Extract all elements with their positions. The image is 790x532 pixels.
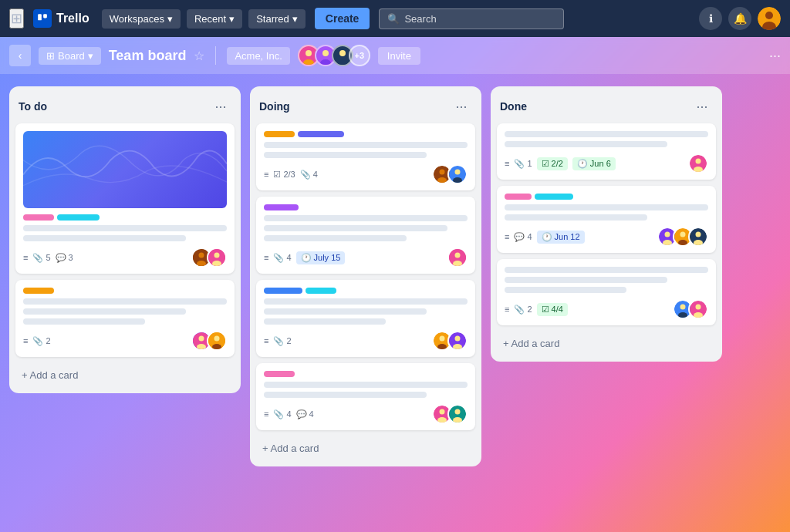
workspaces-menu[interactable]: Workspaces ▾ <box>102 9 181 29</box>
card-text-line <box>264 382 468 388</box>
svg-point-10 <box>337 59 348 65</box>
star-button[interactable]: ☆ <box>194 49 204 63</box>
svg-point-8 <box>320 59 331 65</box>
card-done-3[interactable]: ≡ 📎 2 ☑ 4/4 <box>497 259 716 325</box>
svg-point-60 <box>696 305 701 310</box>
meta-menu: ≡ <box>23 336 28 345</box>
card-footer: ≡ 📎 1 ☑ 2/2 🕐 Jun 6 <box>505 153 708 173</box>
trello-logo: Trello <box>33 9 89 28</box>
column-doing-menu[interactable]: ··· <box>451 96 472 117</box>
add-card-button-todo[interactable]: + Add a card <box>15 365 235 386</box>
card-done-2[interactable]: ≡ 💬 4 🕐 Jun 12 <box>497 186 716 253</box>
comment-icon: 💬 <box>296 409 307 419</box>
clock-icon: 🕐 <box>542 232 552 242</box>
column-done-menu[interactable]: ··· <box>691 96 713 117</box>
divider <box>215 46 216 65</box>
card-avatars <box>432 331 468 351</box>
user-avatar[interactable] <box>758 7 781 30</box>
grid-menu-button[interactable]: ⊞ <box>9 8 24 29</box>
svg-point-27 <box>455 170 461 175</box>
checklist-icon: ☑ <box>542 159 549 169</box>
column-doing-header: Doing ··· <box>256 94 475 123</box>
card-doing-1[interactable]: ≡ ☑ 2/3 📎 4 <box>256 123 475 190</box>
card-meta: ≡ 📎 4 💬 4 <box>264 409 426 419</box>
column-todo-menu[interactable]: ··· <box>210 96 231 117</box>
label-yellow <box>23 288 54 294</box>
column-done: Done ··· ≡ 📎 1 ☑ 2/2 � <box>491 86 722 362</box>
attachment-icon: 📎 <box>32 336 43 346</box>
card-text-line <box>264 318 386 325</box>
invite-button[interactable]: Invite <box>378 47 420 65</box>
date-badge: 🕐 July 15 <box>296 251 346 264</box>
board-view-selector[interactable]: ⊞ Board ▾ <box>39 47 101 65</box>
card-doing-3[interactable]: ≡ 📎 2 <box>256 280 475 357</box>
card-todo-2[interactable]: ≡ 📎 2 <box>15 280 235 357</box>
card-member-2 <box>688 299 708 319</box>
create-button[interactable]: Create <box>315 8 370 29</box>
card-todo-1[interactable]: ≡ 📎 5 💬 3 <box>15 123 235 274</box>
comment-icon: 💬 <box>56 253 66 263</box>
svg-point-45 <box>696 159 701 164</box>
svg-point-36 <box>455 336 461 342</box>
svg-point-24 <box>440 170 445 175</box>
svg-point-30 <box>455 253 461 258</box>
search-bar[interactable]: 🔍 Search <box>379 8 564 29</box>
card-doing-4[interactable]: ≡ 📎 4 💬 4 <box>256 363 475 430</box>
meta-attachments: 📎 2 <box>273 336 291 346</box>
card-avatars <box>673 299 708 319</box>
info-button[interactable]: ℹ <box>699 7 722 30</box>
label-pink <box>23 214 54 221</box>
checklist-badge: ☑ 4/4 <box>537 303 568 316</box>
board-title: Team board <box>109 48 187 64</box>
notifications-button[interactable]: 🔔 <box>728 7 751 30</box>
svg-point-39 <box>440 409 445 415</box>
search-icon: 🔍 <box>387 13 400 25</box>
member-count-badge[interactable]: +3 <box>349 45 370 66</box>
meta-attachments: 📎 5 <box>32 253 50 263</box>
board-content: To do ··· ≡ 📎 <box>0 74 790 532</box>
card-text-line <box>264 152 427 158</box>
sidebar-toggle-button[interactable]: ‹ <box>9 45 31 66</box>
card-doing-2[interactable]: ≡ 📎 4 🕐 July 15 <box>256 197 475 274</box>
meta-comments: 💬 4 <box>514 232 532 242</box>
meta-attachments: 📎 2 <box>514 305 532 315</box>
card-text-line <box>505 277 667 283</box>
card-member-2 <box>207 247 227 268</box>
svg-rect-0 <box>38 14 42 20</box>
comment-icon: 💬 <box>514 232 525 242</box>
card-avatars <box>657 227 708 247</box>
label-cyan <box>306 288 336 294</box>
meta-menu: ≡ <box>505 305 509 314</box>
card-meta: ≡ 💬 4 🕐 Jun 12 <box>505 231 651 244</box>
starred-menu[interactable]: Starred ▾ <box>248 9 306 29</box>
trello-logo-icon <box>33 9 52 28</box>
svg-point-54 <box>696 232 701 237</box>
card-labels <box>23 214 227 221</box>
attachment-icon: 📎 <box>273 409 284 419</box>
card-done-1[interactable]: ≡ 📎 1 ☑ 2/2 🕐 Jun 6 <box>497 123 716 180</box>
add-card-button-doing[interactable]: + Add a card <box>256 438 475 459</box>
top-navigation: ⊞ Trello Workspaces ▾ Recent ▾ Starred ▾… <box>0 0 790 37</box>
card-member-1 <box>447 247 468 268</box>
svg-point-33 <box>440 336 445 342</box>
label-pink <box>264 371 295 377</box>
card-text-line <box>264 142 468 148</box>
card-text-line <box>505 131 708 137</box>
card-text-line <box>23 298 227 305</box>
card-text-line <box>505 204 708 210</box>
card-footer: ≡ 📎 2 <box>23 331 227 351</box>
card-member-1 <box>688 153 708 173</box>
card-text-line <box>264 215 468 221</box>
clock-icon: 🕐 <box>577 159 588 169</box>
column-todo: To do ··· ≡ 📎 <box>9 86 241 393</box>
recent-menu[interactable]: Recent ▾ <box>187 9 242 29</box>
board-more-button[interactable]: ··· <box>769 48 781 64</box>
card-meta: ≡ 📎 1 ☑ 2/2 🕐 Jun 6 <box>505 157 682 170</box>
meta-menu: ≡ <box>505 159 509 168</box>
card-footer: ≡ 📎 5 💬 3 <box>23 247 227 268</box>
add-card-button-done[interactable]: + Add a card <box>497 333 716 354</box>
checklist-icon: ☑ <box>273 170 281 180</box>
svg-point-15 <box>214 253 220 258</box>
workspace-name[interactable]: Acme, Inc. <box>227 47 289 65</box>
meta-menu: ≡ <box>264 336 268 345</box>
